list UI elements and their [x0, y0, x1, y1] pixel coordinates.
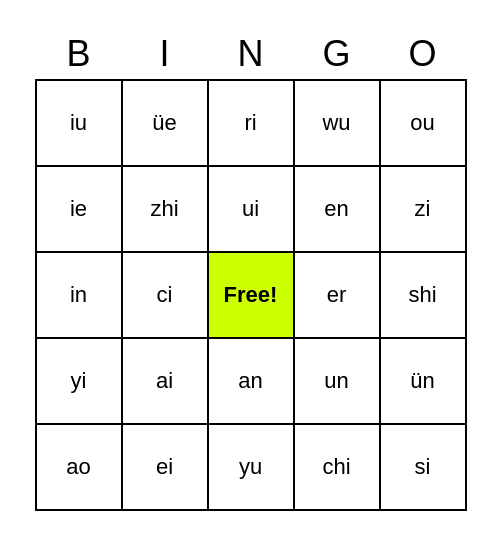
header-letter-n: N [208, 33, 294, 75]
bingo-cell: ou [381, 81, 467, 167]
bingo-cell: wu [295, 81, 381, 167]
bingo-header: BINGO [36, 33, 466, 75]
bingo-cell: ci [123, 253, 209, 339]
bingo-cell: er [295, 253, 381, 339]
bingo-cell: an [209, 339, 295, 425]
bingo-cell: si [381, 425, 467, 511]
bingo-card: BINGO iuüeriwuouiezhiuienziinciFree!ersh… [35, 33, 467, 511]
header-letter-b: B [36, 33, 122, 75]
bingo-cell: ui [209, 167, 295, 253]
bingo-cell: ie [37, 167, 123, 253]
bingo-cell: ao [37, 425, 123, 511]
bingo-cell: ri [209, 81, 295, 167]
bingo-cell: zi [381, 167, 467, 253]
bingo-cell: yu [209, 425, 295, 511]
bingo-cell: ai [123, 339, 209, 425]
bingo-cell: iu [37, 81, 123, 167]
bingo-cell: ün [381, 339, 467, 425]
bingo-grid: iuüeriwuouiezhiuienziinciFree!ershiyiaia… [35, 79, 467, 511]
bingo-cell: yi [37, 339, 123, 425]
bingo-cell: shi [381, 253, 467, 339]
header-letter-i: I [122, 33, 208, 75]
bingo-cell: chi [295, 425, 381, 511]
bingo-cell: un [295, 339, 381, 425]
bingo-cell: in [37, 253, 123, 339]
free-space: Free! [209, 253, 295, 339]
header-letter-o: O [380, 33, 466, 75]
bingo-cell: en [295, 167, 381, 253]
bingo-cell: zhi [123, 167, 209, 253]
bingo-cell: üe [123, 81, 209, 167]
bingo-cell: ei [123, 425, 209, 511]
header-letter-g: G [294, 33, 380, 75]
